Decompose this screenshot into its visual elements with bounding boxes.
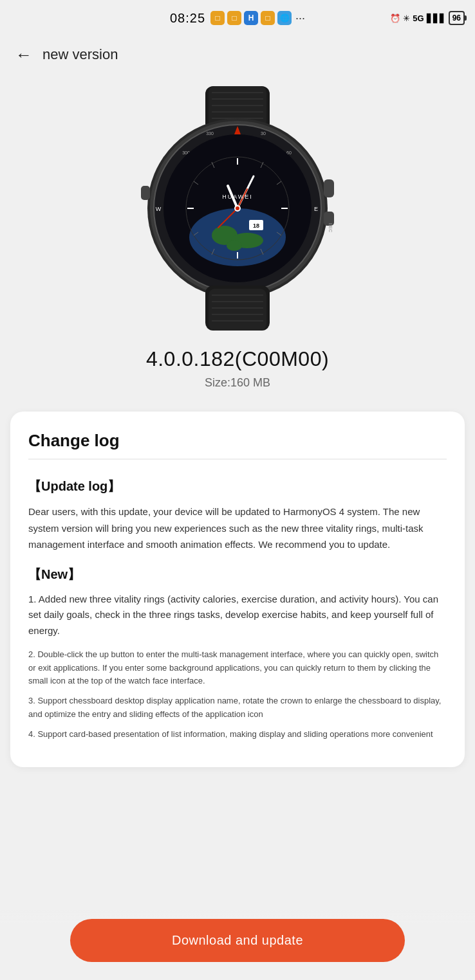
app-icon-5: 🌐 (277, 11, 292, 25)
app-icon-2: □ (227, 11, 241, 25)
app-icon-1: □ (210, 11, 225, 25)
watch-image-area: N S W E 30 60 90 120 150 330 300 270 240… (0, 73, 475, 337)
changelog-item-4: 4. Support card-based presentation of li… (28, 728, 447, 741)
status-time: 08:25 (170, 11, 205, 26)
app-icon-4: □ (261, 11, 275, 25)
svg-rect-52 (324, 179, 334, 197)
version-number: 4.0.0.182(C00M00) (0, 347, 475, 371)
svg-text:E: E (314, 206, 318, 212)
svg-text:330: 330 (206, 131, 214, 136)
status-icons: □ □ H □ 🌐 ··· (210, 11, 305, 25)
bottom-bar: Download and update (0, 909, 475, 980)
app-icon-3: H (244, 11, 258, 25)
new-header: 【New】 (28, 563, 447, 585)
version-size: Size:160 MB (0, 376, 475, 390)
download-update-button[interactable]: Download and update (70, 919, 405, 962)
svg-text:HUAWEI: HUAWEI (222, 194, 253, 200)
5g-label: 5G (413, 14, 424, 23)
more-icon: ··· (295, 12, 305, 25)
svg-point-48 (236, 206, 239, 210)
signal-icon: ▋▋▋ (427, 14, 446, 23)
svg-text:18: 18 (253, 222, 259, 229)
svg-point-29 (227, 240, 242, 251)
update-log-header: 【Update log】 (28, 475, 447, 497)
update-log-body: Dear users, with this update, your devic… (28, 504, 447, 553)
changelog-body: 【Update log】 Dear users, with this updat… (28, 475, 447, 741)
bluetooth-icon: ✳ (403, 14, 410, 23)
svg-text:W: W (156, 206, 162, 212)
svg-text:30: 30 (261, 131, 266, 136)
status-bar: 08:25 □ □ H □ 🌐 ··· ⏰ ✳ 5G ▋▋▋ 96 (0, 0, 475, 36)
changelog-item-2: 2. Double-click the up button to enter t… (28, 648, 447, 688)
changelog-title: Change log (28, 431, 447, 460)
changelog-item-1: 1. Added new three vitality rings (activ… (28, 592, 447, 639)
watch-image: N S W E 30 60 90 120 150 330 300 270 240… (135, 86, 340, 331)
version-info: 4.0.0.182(C00M00) Size:160 MB (0, 337, 475, 396)
header: ← new version (0, 36, 475, 73)
svg-rect-54 (141, 186, 150, 200)
changelog-item-3: 3. Support chessboard desktop display ap… (28, 694, 447, 721)
back-button[interactable]: ← (15, 46, 32, 63)
alarm-icon: ⏰ (390, 14, 400, 23)
page-title: new version (42, 46, 118, 63)
changelog-card: Change log 【Update log】 Dear users, with… (10, 412, 465, 767)
svg-text:EEC: EEC (328, 223, 333, 232)
status-right: ⏰ ✳ 5G ▋▋▋ 96 (390, 11, 465, 25)
battery-indicator: 96 (449, 11, 465, 25)
